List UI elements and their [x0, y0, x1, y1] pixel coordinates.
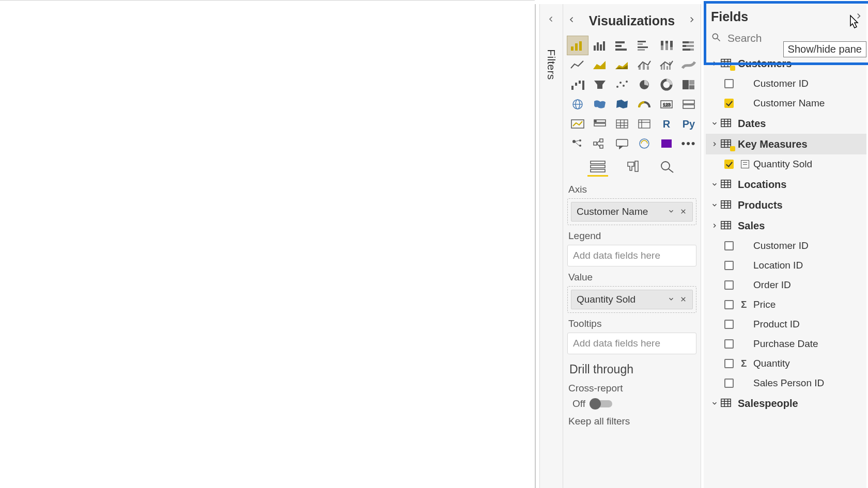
table-row[interactable]: Sales — [706, 215, 866, 236]
legend-well[interactable]: Add data fields here — [567, 245, 696, 266]
field-row[interactable]: Customer ID — [706, 236, 866, 256]
viz-card-icon[interactable]: 123 — [656, 95, 677, 114]
viz-multicard-icon[interactable] — [678, 95, 699, 114]
viz-line-icon[interactable] — [567, 56, 588, 74]
field-row[interactable]: ΣPrice — [706, 295, 866, 314]
value-well[interactable]: Quantity Sold — [567, 286, 696, 313]
chevron-down-icon[interactable] — [709, 199, 720, 211]
viz-gauge-icon[interactable] — [634, 95, 655, 114]
viz-kpi-icon[interactable] — [567, 115, 588, 133]
field-checkbox[interactable] — [724, 160, 734, 169]
axis-field-remove-icon[interactable] — [677, 206, 689, 217]
fields-tab-icon[interactable] — [587, 159, 608, 177]
viz-scatter-icon[interactable] — [612, 75, 632, 94]
field-checkbox[interactable] — [724, 261, 734, 270]
viz-area-icon[interactable] — [590, 56, 610, 74]
viz-python-icon[interactable]: Py — [678, 115, 699, 133]
viz-100-stacked-bar-icon[interactable] — [678, 36, 699, 55]
viz-key-influencers-icon[interactable] — [567, 134, 588, 153]
axis-field-dropdown-icon[interactable] — [665, 206, 677, 217]
chevron-up-icon[interactable] — [709, 138, 720, 150]
chevron-up-icon[interactable] — [709, 58, 720, 70]
report-canvas[interactable] — [0, 0, 535, 488]
viz-treemap-icon[interactable] — [678, 75, 699, 94]
viz-collapse-right-icon[interactable] — [687, 15, 696, 26]
field-checkbox[interactable] — [724, 359, 734, 368]
viz-stacked-bar-h-icon[interactable] — [612, 36, 632, 55]
viz-stacked-bar-icon[interactable] — [567, 36, 588, 55]
viz-clustered-bar-h-icon[interactable] — [634, 36, 655, 55]
viz-powerapps-icon[interactable] — [656, 134, 677, 153]
viz-waterfall-icon[interactable] — [567, 75, 588, 94]
viz-pie-icon[interactable] — [634, 75, 655, 94]
field-row[interactable]: Location ID — [706, 256, 866, 275]
viz-funnel-icon[interactable] — [590, 75, 610, 94]
expand-filters-chevron-icon[interactable] — [540, 14, 563, 26]
field-checkbox[interactable] — [724, 241, 734, 250]
table-row[interactable]: Key Measures — [706, 134, 866, 154]
viz-line-col-icon[interactable] — [634, 56, 655, 74]
viz-r-script-icon[interactable]: R — [656, 115, 677, 133]
axis-well[interactable]: Customer Name — [567, 198, 696, 225]
tooltips-well[interactable]: Add data fields here — [567, 333, 696, 354]
field-checkbox[interactable] — [724, 99, 734, 108]
viz-more-icon[interactable]: ••• — [678, 134, 699, 153]
viz-ribbon-icon[interactable] — [678, 56, 699, 74]
table-row[interactable]: Dates — [706, 113, 866, 134]
field-checkbox[interactable] — [724, 379, 734, 388]
value-field-remove-icon[interactable] — [677, 294, 689, 305]
field-row[interactable]: Order ID — [706, 275, 866, 295]
table-row[interactable]: Locations — [706, 174, 866, 195]
field-row[interactable]: Purchase Date — [706, 334, 866, 354]
field-checkbox[interactable] — [724, 280, 734, 290]
cross-report-toggle[interactable] — [591, 400, 612, 407]
field-checkbox[interactable] — [724, 339, 734, 349]
field-row[interactable]: Quantity Sold — [706, 154, 866, 174]
value-field-dropdown-icon[interactable] — [665, 294, 677, 305]
viz-stacked-area-icon[interactable] — [612, 56, 632, 74]
chevron-down-icon[interactable] — [709, 118, 720, 130]
field-row[interactable]: Product ID — [706, 314, 866, 334]
table-row[interactable]: Salespeople — [706, 393, 866, 414]
value-well-label: Value — [568, 272, 696, 283]
field-row[interactable]: ΣQuantity — [706, 354, 866, 373]
viz-paginated-icon[interactable] — [634, 134, 655, 153]
viz-donut-icon[interactable] — [656, 75, 677, 94]
viz-filled-map-icon[interactable] — [590, 95, 610, 114]
field-name: Quantity — [753, 358, 790, 369]
field-row[interactable]: Sales Person ID — [706, 373, 866, 393]
table-icon — [720, 58, 734, 69]
field-name: Price — [753, 299, 776, 310]
cross-report-label: Cross-report — [568, 383, 696, 394]
table-name: Salespeople — [738, 398, 798, 410]
viz-qna-icon[interactable] — [612, 134, 632, 153]
viz-100-stacked-col-icon[interactable] — [656, 36, 677, 55]
field-checkbox[interactable] — [724, 79, 734, 88]
field-row[interactable]: Customer ID — [706, 74, 866, 93]
viz-matrix-icon[interactable] — [634, 115, 655, 133]
format-tab-icon[interactable] — [624, 159, 642, 177]
viz-table-icon[interactable] — [612, 115, 632, 133]
field-row[interactable]: Customer Name — [706, 93, 866, 113]
viz-collapse-left-icon[interactable] — [567, 15, 577, 26]
chevron-up-icon[interactable] — [709, 220, 720, 232]
viz-slicer-icon[interactable] — [590, 115, 610, 133]
viz-clustered-col-icon[interactable] — [590, 36, 610, 55]
value-field-name: Quantity Sold — [577, 294, 636, 305]
value-field-pill[interactable]: Quantity Sold — [571, 290, 693, 309]
axis-field-pill[interactable]: Customer Name — [571, 202, 693, 222]
analytics-tab-icon[interactable] — [658, 159, 676, 177]
table-row[interactable]: Products — [706, 195, 866, 215]
field-checkbox[interactable] — [724, 320, 734, 329]
filters-pane-collapsed[interactable]: Filters — [539, 4, 563, 488]
fields-search-input[interactable] — [726, 32, 783, 45]
viz-shape-map-icon[interactable] — [612, 95, 632, 114]
viz-map-icon[interactable] — [567, 95, 588, 114]
viz-line-col2-icon[interactable] — [656, 56, 677, 74]
svg-rect-9 — [615, 49, 627, 51]
field-checkbox[interactable] — [724, 300, 734, 309]
svg-rect-35 — [669, 62, 671, 70]
viz-decomposition-icon[interactable] — [590, 134, 610, 153]
chevron-down-icon[interactable] — [709, 179, 720, 191]
chevron-down-icon[interactable] — [709, 398, 720, 410]
